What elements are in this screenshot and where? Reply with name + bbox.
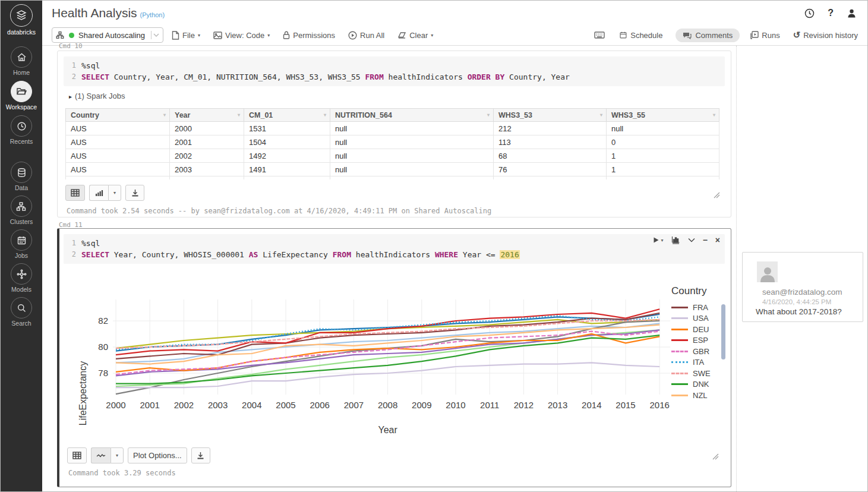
comment-card[interactable]: sean@frizdatalog.com 4/16/2020, 4:44:25 … xyxy=(742,252,863,322)
runs-button[interactable]: Runs xyxy=(750,31,779,40)
notebook-cell-cmd11[interactable]: ▾ − × 1%sql 2SELECT Year, Country, WHOSI… xyxy=(57,228,731,487)
svg-text:2016: 2016 xyxy=(650,400,670,410)
legend-item-NZL[interactable]: NZL xyxy=(671,390,734,401)
schedule-button[interactable]: Schedule xyxy=(619,31,662,40)
column-filter-icon[interactable]: ▾ xyxy=(238,112,240,118)
page-title: Health Analysis(Python) xyxy=(52,6,165,20)
legend-label: NZL xyxy=(693,391,708,400)
column-filter-icon[interactable]: ▾ xyxy=(487,112,490,118)
view-menu[interactable]: View: Code▾ xyxy=(213,31,270,40)
cluster-selector[interactable]: Shared Autoscaling xyxy=(52,27,163,43)
sidebar: databricks Home Workspace Recents Data C… xyxy=(1,1,42,491)
table-cell: 68 xyxy=(494,149,607,163)
svg-text:82: 82 xyxy=(98,316,108,326)
column-header-Year[interactable]: Year▾ xyxy=(170,109,244,122)
download-result-button[interactable] xyxy=(125,185,144,201)
column-header-Country[interactable]: Country▾ xyxy=(66,109,170,122)
shortcuts-button[interactable] xyxy=(594,31,605,39)
line-chart: LifeExpectancy 7880822000200120022003200… xyxy=(59,271,731,455)
sidebar-item-workspace[interactable]: Workspace xyxy=(6,81,37,111)
collapse-cell-icon[interactable] xyxy=(688,238,695,242)
legend-item-SWE[interactable]: SWE xyxy=(671,368,734,379)
column-header-WHS3_53[interactable]: WHS3_53▾ xyxy=(494,109,607,122)
svg-text:2007: 2007 xyxy=(344,400,364,410)
show-chart-button[interactable] xyxy=(89,185,108,201)
run-all-icon xyxy=(348,31,357,40)
cell-chart-icon[interactable] xyxy=(671,236,680,244)
legend-item-DNK[interactable]: DNK xyxy=(671,379,734,390)
bar-chart-icon xyxy=(95,189,103,197)
comments-button[interactable]: Comments xyxy=(676,29,740,42)
results-table: Country▾Year▾CM_01▾NUTRITION_564▾WHS3_53… xyxy=(65,108,719,179)
data-database-icon xyxy=(17,168,27,178)
column-header-WHS3_55[interactable]: WHS3_55▾ xyxy=(607,109,719,122)
table-cell: 212 xyxy=(494,122,607,135)
notebook-cell-cmd10[interactable]: 1%sql 2SELECT Country, Year, CM_01, NUTR… xyxy=(57,51,731,217)
show-table-button[interactable] xyxy=(67,447,87,463)
help-icon[interactable]: ? xyxy=(828,8,834,18)
clipped-row xyxy=(66,176,719,179)
chart-type-caret-button[interactable]: ▾ xyxy=(111,447,124,463)
cluster-dropdown-caret[interactable] xyxy=(151,31,159,39)
table-cell: AUS xyxy=(66,163,170,176)
line-number: 2 xyxy=(64,249,81,260)
sidebar-item-recents[interactable]: Recents xyxy=(10,115,33,145)
legend-label: SWE xyxy=(693,369,711,378)
clear-menu[interactable]: Clear▾ xyxy=(397,31,433,40)
results-table-body: AUS20001531null212nullAUS20011504null113… xyxy=(66,122,719,179)
resize-output-handle[interactable] xyxy=(714,192,720,198)
workspace-folder-icon xyxy=(16,86,27,97)
minimize-cell-icon[interactable]: − xyxy=(703,237,708,243)
column-filter-icon[interactable]: ▾ xyxy=(600,112,602,118)
run-cell-button[interactable]: ▾ xyxy=(653,236,664,244)
revision-history-button[interactable]: ↺ Revision history xyxy=(793,30,858,40)
avatar xyxy=(757,261,778,282)
permissions-menu[interactable]: Permissions xyxy=(283,31,335,40)
table-cell: null xyxy=(330,135,494,149)
download-plot-button[interactable] xyxy=(191,447,210,463)
table-cell: AUS xyxy=(66,149,170,163)
plot-options-button[interactable]: Plot Options... xyxy=(128,447,187,463)
run-cell-icon xyxy=(653,236,659,244)
sidebar-item-jobs[interactable]: Jobs xyxy=(11,229,32,259)
sidebar-item-search[interactable]: Search xyxy=(11,297,32,327)
line-chart-button[interactable] xyxy=(91,447,111,463)
svg-text:2002: 2002 xyxy=(174,400,194,410)
legend-scrollbar[interactable] xyxy=(721,304,725,359)
legend-label: DEU xyxy=(693,325,709,334)
notebook-area: Cmd 10 1%sql 2SELECT Country, Year, CM_0… xyxy=(42,46,867,491)
eraser-icon xyxy=(397,31,406,39)
column-filter-icon[interactable]: ▾ xyxy=(713,112,715,118)
table-cell: 113 xyxy=(494,135,607,149)
table-cell: 1504 xyxy=(244,135,330,149)
show-table-button[interactable] xyxy=(65,185,85,201)
column-filter-icon[interactable]: ▾ xyxy=(163,112,166,118)
run-all-button[interactable]: Run All xyxy=(348,31,384,40)
user-icon[interactable] xyxy=(847,8,857,18)
svg-text:2001: 2001 xyxy=(140,400,160,410)
code-editor[interactable]: 1%sql 2SELECT Country, Year, CM_01, NUTR… xyxy=(64,56,725,86)
clock-icon[interactable] xyxy=(804,8,815,18)
spark-jobs-toggle[interactable]: ▸(1) Spark Jobs xyxy=(69,92,125,100)
code-text: SELECT Country, Year, CM_01, NUTRITION_5… xyxy=(81,71,570,83)
sidebar-item-data[interactable]: Data xyxy=(11,162,32,191)
column-header-NUTRITION_564[interactable]: NUTRITION_564▾ xyxy=(330,109,494,122)
command-status: Command took 3.29 seconds xyxy=(68,469,176,477)
table-cell: 76 xyxy=(494,163,607,176)
sidebar-item-models[interactable]: Models xyxy=(11,263,32,293)
sidebar-item-home[interactable]: Home xyxy=(11,46,32,76)
svg-text:2003: 2003 xyxy=(208,400,228,410)
legend-swatch xyxy=(671,329,688,330)
code-editor[interactable]: 1%sql 2SELECT Year, Country, WHOSIS_0000… xyxy=(64,234,725,264)
chart-type-caret-button[interactable]: ▾ xyxy=(108,185,121,201)
svg-text:80: 80 xyxy=(98,342,108,352)
table-cell: null xyxy=(330,163,494,176)
sidebar-item-clusters[interactable]: Clusters xyxy=(10,195,33,225)
databricks-logo[interactable]: databricks xyxy=(7,4,36,36)
legend-swatch xyxy=(671,339,688,341)
file-menu[interactable]: File▾ xyxy=(172,31,200,40)
resize-output-handle[interactable] xyxy=(712,453,719,460)
column-filter-icon[interactable]: ▾ xyxy=(324,112,326,118)
column-header-CM_01[interactable]: CM_01▾ xyxy=(244,109,330,122)
close-cell-icon[interactable]: × xyxy=(715,237,720,243)
